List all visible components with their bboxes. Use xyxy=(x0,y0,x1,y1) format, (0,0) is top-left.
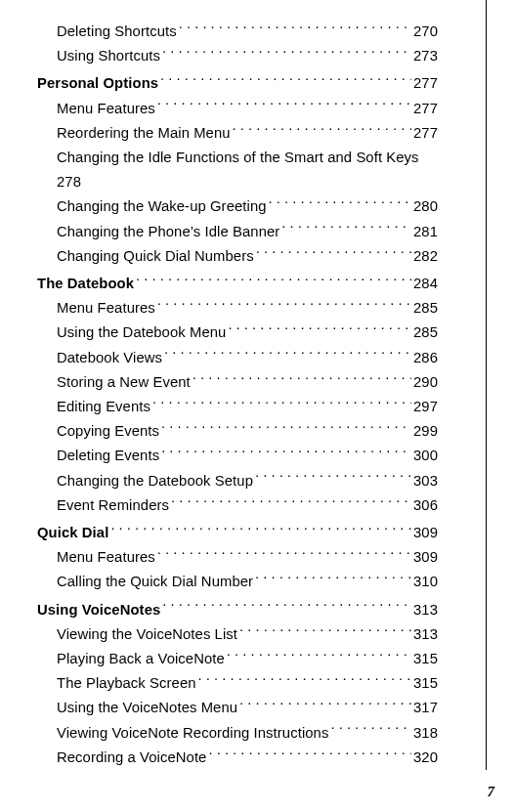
leader-dots xyxy=(171,495,411,510)
toc-label: Quick Dial xyxy=(37,521,108,545)
toc-entry: Using the VoiceNotes Menu 317 xyxy=(57,696,438,720)
toc-entry: Deleting Shortcuts 270 xyxy=(57,20,438,44)
toc-page: 317 xyxy=(413,696,438,720)
toc-entry: Using Shortcuts 273 xyxy=(57,44,438,68)
leader-dots xyxy=(256,246,411,261)
toc-entry: Changing the Phone’s Idle Banner 281 xyxy=(57,220,438,244)
toc-label: Menu Features xyxy=(57,296,155,321)
toc-entry: Reordering the Main Menu 277 xyxy=(57,121,438,146)
toc-label: Changing the Phone’s Idle Banner xyxy=(57,220,279,244)
toc-entry: Viewing the VoiceNotes List 313 xyxy=(57,622,438,647)
toc-label: Calling the Quick Dial Number xyxy=(57,570,253,594)
toc-entry: Viewing VoiceNote Recording Instructions… xyxy=(57,721,438,746)
toc-entry: Event Reminders 306 xyxy=(57,493,438,518)
toc-label: Personal Options xyxy=(37,71,158,96)
toc-entry: Changing the Wake-up Greeting 280 xyxy=(57,194,438,219)
toc-label: Viewing VoiceNote Recording Instructions xyxy=(57,721,328,746)
toc-page: 303 xyxy=(413,469,438,493)
leader-dots xyxy=(157,547,411,562)
toc-page: 313 xyxy=(413,598,438,622)
toc-page: 315 xyxy=(413,647,438,671)
toc-entry: Changing the Idle Functions of the Smart… xyxy=(37,146,438,194)
toc-label: Viewing the VoiceNotes List xyxy=(57,622,237,647)
toc-label: Datebook Views xyxy=(57,346,162,370)
leader-dots xyxy=(162,46,411,61)
toc-page: 281 xyxy=(413,220,438,244)
toc-label: Copying Events xyxy=(57,419,159,444)
leader-dots xyxy=(152,397,411,411)
toc-page: 282 xyxy=(413,244,438,269)
toc-entry: Playing Back a VoiceNote 315 xyxy=(57,647,438,671)
leader-dots xyxy=(281,222,411,236)
toc-label: Using Shortcuts xyxy=(57,44,160,68)
toc-entry: Using VoiceNotes 313 xyxy=(37,598,438,622)
leader-dots xyxy=(157,99,411,113)
toc-page: 309 xyxy=(413,545,438,570)
toc-page: 310 xyxy=(413,570,438,594)
leader-dots xyxy=(255,573,411,587)
toc-label: Playing Back a VoiceNote xyxy=(57,647,225,671)
toc-page: 320 xyxy=(413,746,438,770)
toc-page: 290 xyxy=(413,370,438,395)
toc-entry: The Datebook 284 xyxy=(37,272,438,296)
toc-entry: Changing Quick Dial Numbers 282 xyxy=(57,244,438,269)
leader-dots xyxy=(208,748,411,762)
leader-dots xyxy=(227,649,411,663)
toc-page: 309 xyxy=(413,521,438,545)
toc-page: 285 xyxy=(413,296,438,321)
toc-label: Using VoiceNotes xyxy=(37,598,160,622)
toc-label: Changing Quick Dial Numbers xyxy=(57,244,254,269)
toc-page: 270 xyxy=(413,20,438,44)
toc-page: 280 xyxy=(413,194,438,219)
toc-label: Reordering the Main Menu xyxy=(57,121,231,146)
toc-label: Menu Features xyxy=(57,545,155,570)
toc-label: Using the VoiceNotes Menu xyxy=(57,696,237,720)
toc-entry: Using the Datebook Menu 285 xyxy=(57,321,438,345)
toc-label: The Playback Screen xyxy=(57,671,196,696)
toc-page: 315 xyxy=(413,671,438,696)
toc-entry: Calling the Quick Dial Number 310 xyxy=(57,570,438,594)
leader-dots xyxy=(110,523,411,537)
toc-entry: Deleting Events 300 xyxy=(57,444,438,468)
toc-page: 277 xyxy=(413,121,438,146)
toc-label: Changing the Idle Functions of the Smart… xyxy=(57,146,438,170)
leader-dots xyxy=(179,21,411,36)
toc-label: Deleting Events xyxy=(57,444,159,468)
leader-dots xyxy=(255,471,411,486)
toc-entry: Storing a New Event 290 xyxy=(57,370,438,395)
leader-dots xyxy=(161,421,411,436)
toc-page: 318 xyxy=(413,721,438,746)
toc-entry: Menu Features 277 xyxy=(57,97,438,121)
leader-dots xyxy=(160,74,411,89)
toc-label: Menu Features xyxy=(57,97,155,121)
toc-entry: Editing Events 297 xyxy=(57,395,438,419)
toc-entry: Changing the Datebook Setup 303 xyxy=(57,469,438,493)
leader-dots xyxy=(239,624,411,639)
page-number: 7 xyxy=(488,784,495,800)
toc-page: 297 xyxy=(413,395,438,419)
toc-page: 273 xyxy=(413,44,438,68)
page: Deleting Shortcuts 270Using Shortcuts 27… xyxy=(0,0,514,812)
leader-dots xyxy=(198,673,411,688)
toc-label: Recording a VoiceNote xyxy=(57,746,206,770)
leader-dots xyxy=(239,699,411,713)
toc-page: 313 xyxy=(413,622,438,647)
toc-page: 285 xyxy=(413,321,438,345)
leader-dots xyxy=(233,123,411,138)
leader-dots xyxy=(330,723,411,738)
toc-page: 277 xyxy=(413,71,438,96)
leader-dots xyxy=(228,323,411,338)
toc-label: Changing the Wake-up Greeting xyxy=(57,194,267,219)
toc-entry: Datebook Views 286 xyxy=(57,346,438,370)
toc-entry: Menu Features 309 xyxy=(57,545,438,570)
toc-label: The Datebook xyxy=(37,272,134,296)
toc-page: 277 xyxy=(413,97,438,121)
toc-page: 306 xyxy=(413,493,438,518)
toc-label: Using the Datebook Menu xyxy=(57,321,226,345)
leader-dots xyxy=(161,447,411,461)
leader-dots xyxy=(193,372,411,387)
toc-entry: Quick Dial 309 xyxy=(37,521,438,545)
toc-page: 278 xyxy=(57,170,438,194)
toc-page: 286 xyxy=(413,346,438,370)
toc-entry: The Playback Screen 315 xyxy=(57,671,438,696)
